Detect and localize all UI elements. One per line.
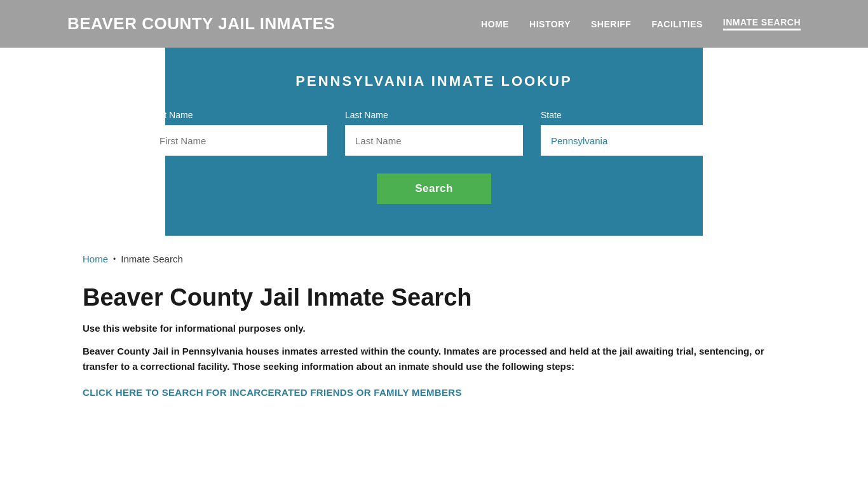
search-section-wrapper: PENNSYLVANIA INMATE LOOKUP First Name La… <box>83 48 785 236</box>
site-header: BEAVER COUNTY JAIL INMATES HOMEHISTORYSH… <box>0 0 868 48</box>
info-text-1: Use this website for informational purpo… <box>83 323 785 334</box>
nav-item-history[interactable]: HISTORY <box>529 19 571 29</box>
breadcrumb-home-link[interactable]: Home <box>83 254 108 264</box>
state-input[interactable] <box>541 125 719 156</box>
nav-item-inmate-search[interactable]: INMATE SEARCH <box>723 17 801 30</box>
main-content: Beaver County Jail Inmate Search Use thi… <box>0 264 868 424</box>
search-section-title: PENNSYLVANIA INMATE LOOKUP <box>216 73 652 90</box>
first-name-label: First Name <box>149 110 327 120</box>
cta-link[interactable]: CLICK HERE to Search for Incarcerated Fr… <box>83 387 462 398</box>
nav-item-sheriff[interactable]: SHERIFF <box>591 19 631 29</box>
breadcrumb-current: Inmate Search <box>121 254 183 264</box>
search-section: PENNSYLVANIA INMATE LOOKUP First Name La… <box>165 48 703 236</box>
search-button-row: Search <box>216 173 652 204</box>
info-text-2: Beaver County Jail in Pennsylvania house… <box>83 344 782 374</box>
nav-item-facilities[interactable]: FACILITIES <box>651 19 702 29</box>
search-button[interactable]: Search <box>377 173 491 204</box>
last-name-label: Last Name <box>345 110 523 120</box>
first-name-field-group: First Name <box>149 110 327 156</box>
breadcrumb: Home • Inmate Search <box>0 236 868 264</box>
state-field-group: State <box>541 110 719 156</box>
main-nav: HOMEHISTORYSHERIFFFACILITIESINMATE SEARC… <box>481 17 801 30</box>
search-fields: First Name Last Name State <box>216 110 652 156</box>
nav-item-home[interactable]: HOME <box>481 19 509 29</box>
last-name-input[interactable] <box>345 125 523 156</box>
site-title: BEAVER COUNTY JAIL INMATES <box>67 14 335 34</box>
page-heading: Beaver County Jail Inmate Search <box>83 283 785 313</box>
last-name-field-group: Last Name <box>345 110 523 156</box>
breadcrumb-separator: • <box>113 255 116 264</box>
first-name-input[interactable] <box>149 125 327 156</box>
state-label: State <box>541 110 719 120</box>
